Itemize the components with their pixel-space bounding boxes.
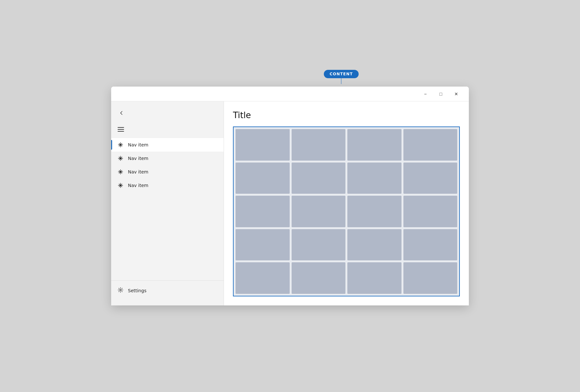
sidebar-item-label-3: Nav item	[128, 169, 148, 174]
nav-icon-3	[118, 169, 123, 175]
nav-icon-2	[118, 155, 123, 161]
grid-cell	[236, 262, 290, 294]
grid-cell	[347, 196, 401, 227]
app-window: CONTENT − □ ✕	[111, 87, 469, 305]
nav-icon-1	[118, 142, 123, 148]
grid-cell	[403, 229, 458, 261]
sidebar-item-nav-1[interactable]: Nav item	[111, 138, 224, 152]
hamburger-line-2	[118, 129, 124, 130]
grid-cell	[292, 163, 346, 194]
nav-icon-4	[118, 182, 123, 188]
back-button[interactable]	[118, 109, 125, 117]
sidebar-top	[111, 107, 224, 122]
grid-cell	[403, 163, 458, 194]
hamburger-line-3	[118, 131, 124, 132]
content-grid	[234, 127, 459, 296]
close-button[interactable]: ✕	[449, 89, 464, 99]
content-area: Title	[224, 101, 469, 305]
grid-cell	[292, 129, 346, 161]
content-grid-wrapper	[233, 126, 460, 296]
grid-cell	[236, 196, 290, 227]
grid-cell	[236, 163, 290, 194]
grid-cell	[403, 129, 458, 161]
main-layout: Nav item Nav item	[111, 101, 469, 305]
grid-cell	[236, 229, 290, 261]
page-title: Title	[233, 110, 460, 120]
sidebar-item-label-2: Nav item	[128, 156, 148, 161]
hamburger-line-1	[118, 127, 124, 128]
content-tooltip: CONTENT	[324, 70, 359, 78]
sidebar-item-nav-2[interactable]: Nav item	[111, 152, 224, 165]
grid-cell	[292, 196, 346, 227]
sidebar-item-label-1: Nav item	[128, 142, 148, 147]
settings-label: Settings	[128, 288, 146, 293]
grid-cell	[347, 229, 401, 261]
sidebar-footer: Settings	[111, 280, 224, 300]
titlebar: − □ ✕	[111, 87, 469, 101]
sidebar-item-label-4: Nav item	[128, 183, 148, 188]
settings-item[interactable]: Settings	[118, 285, 217, 296]
maximize-button[interactable]: □	[433, 89, 448, 99]
grid-cell	[292, 262, 346, 294]
window-controls: − □ ✕	[418, 89, 464, 99]
sidebar-nav: Nav item Nav item	[111, 122, 224, 280]
grid-cell	[292, 229, 346, 261]
gear-icon	[118, 287, 123, 294]
grid-cell	[347, 163, 401, 194]
grid-cell	[403, 196, 458, 227]
grid-cell	[403, 262, 458, 294]
sidebar: Nav item Nav item	[111, 101, 224, 305]
grid-cell	[347, 129, 401, 161]
svg-point-0	[120, 289, 121, 291]
minimize-button[interactable]: −	[418, 89, 433, 99]
grid-cell	[347, 262, 401, 294]
sidebar-item-nav-4[interactable]: Nav item	[111, 179, 224, 192]
grid-cell	[236, 129, 290, 161]
hamburger-button[interactable]	[111, 125, 130, 134]
sidebar-item-nav-3[interactable]: Nav item	[111, 165, 224, 179]
